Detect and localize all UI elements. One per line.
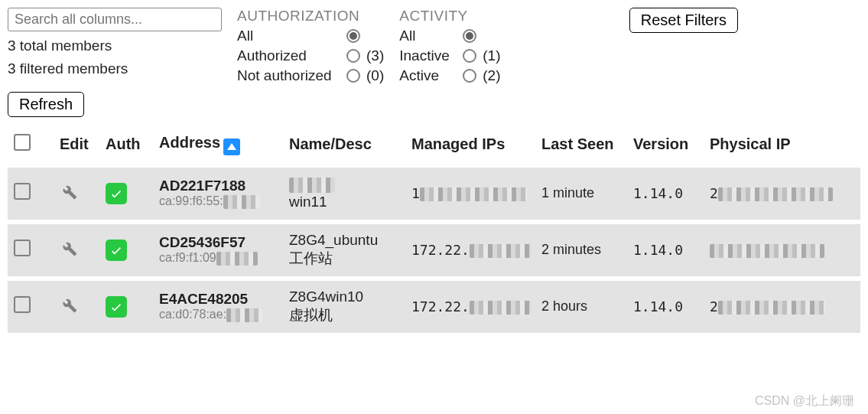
redacted-region	[420, 187, 527, 201]
last-seen-cell: 2 hours	[541, 298, 633, 315]
edit-cell[interactable]	[60, 239, 106, 261]
redacted-region	[470, 244, 531, 258]
table-row: E4ACE48205 ca:d0:78:ae: Z8G4win10 虚拟机 17…	[8, 281, 860, 337]
filtered-members-text: 3 filtered members	[8, 60, 222, 77]
radio-icon[interactable]	[346, 49, 360, 63]
address-cell: E4ACE48205 ca:d0:78:ae:	[159, 291, 289, 322]
table-row: AD221F7188 ca:99:f6:55: win11 1 1 minute…	[8, 168, 860, 224]
row-checkbox[interactable]	[14, 240, 31, 256]
wrench-icon	[60, 239, 78, 257]
member-desc: win11	[289, 194, 411, 210]
version-cell: 1.14.0	[633, 242, 710, 258]
name-cell: Z8G4_ubuntu 工作站	[289, 232, 411, 269]
radio-icon[interactable]	[463, 69, 476, 83]
auth-checkbox-checked[interactable]	[106, 296, 127, 318]
radio-icon[interactable]	[463, 49, 476, 63]
check-icon	[109, 300, 123, 314]
physical-ip-cell	[710, 242, 847, 258]
select-all-checkbox[interactable]	[14, 134, 31, 151]
radio-icon[interactable]	[463, 29, 476, 43]
redacted-region	[216, 252, 258, 266]
address-mac: ca:99:f6:55:	[159, 194, 289, 209]
authorization-filter: AUTHORIZATION All Authorized (3) Not aut…	[237, 8, 384, 86]
address-id: CD25436F57	[159, 234, 289, 251]
redacted-region	[470, 301, 531, 315]
activity-option-count: (1)	[483, 47, 500, 64]
address-cell: CD25436F57 ca:f9:f1:09	[159, 234, 289, 266]
address-mac: ca:f9:f1:09	[159, 251, 289, 266]
member-name: Z8G4_ubuntu	[289, 232, 411, 249]
activity-option-active[interactable]: Active (2)	[399, 66, 500, 86]
column-edit[interactable]: Edit	[60, 135, 106, 153]
reset-filters-button[interactable]: Reset Filters	[629, 8, 738, 33]
activity-option-label: Active	[399, 67, 457, 84]
redacted-region	[223, 195, 260, 209]
authorization-option-count: (3)	[366, 47, 384, 64]
version-cell: 1.14.0	[633, 185, 710, 201]
last-seen-cell: 1 minute	[541, 185, 633, 201]
redacted-region	[710, 244, 824, 258]
edit-cell[interactable]	[60, 295, 106, 318]
column-managed-ips[interactable]: Managed IPs	[411, 135, 541, 153]
row-checkbox[interactable]	[14, 296, 31, 313]
filter-bar: 3 total members 3 filtered members AUTHO…	[8, 8, 860, 86]
managed-ips-cell: 172.22.	[411, 298, 541, 315]
wrench-icon	[60, 295, 78, 314]
authorization-option-count: (0)	[366, 67, 384, 84]
sort-asc-icon	[223, 139, 240, 155]
name-cell: win11	[289, 177, 411, 210]
activity-filter: ACTIVITY All Inactive (1) Active (2)	[399, 8, 500, 86]
activity-option-all[interactable]: All	[399, 26, 500, 46]
auth-cell[interactable]	[106, 183, 159, 204]
authorization-option-authorized[interactable]: Authorized (3)	[237, 46, 384, 66]
redacted-region	[289, 178, 335, 193]
total-members-text: 3 total members	[8, 37, 222, 54]
radio-icon[interactable]	[346, 29, 360, 43]
authorization-option-label: Not authorized	[237, 67, 340, 84]
search-column: 3 total members 3 filtered members	[8, 8, 222, 77]
name-cell: Z8G4win10 虚拟机	[289, 288, 411, 325]
member-desc: 虚拟机	[289, 305, 411, 325]
table-row: CD25436F57 ca:f9:f1:09 Z8G4_ubuntu 工作站 1…	[8, 224, 860, 281]
activity-option-inactive[interactable]: Inactive (1)	[399, 46, 500, 66]
column-name-desc[interactable]: Name/Desc	[289, 135, 411, 153]
activity-option-label: All	[399, 28, 457, 44]
physical-ip-cell: 2	[710, 298, 847, 315]
column-last-seen[interactable]: Last Seen	[541, 135, 633, 153]
managed-ips-cell: 172.22.	[411, 242, 541, 258]
redacted-region	[718, 301, 825, 315]
refresh-row: Refresh	[8, 92, 860, 117]
auth-checkbox-checked[interactable]	[106, 183, 127, 204]
authorization-option-all[interactable]: All	[237, 26, 384, 46]
column-address-label: Address	[159, 134, 220, 151]
header-checkbox-cell	[14, 134, 60, 155]
column-auth[interactable]: Auth	[106, 135, 159, 153]
reset-column: Reset Filters	[629, 8, 860, 33]
auth-cell[interactable]	[106, 240, 159, 261]
auth-cell[interactable]	[106, 296, 159, 318]
address-id: E4ACE48205	[159, 291, 289, 308]
check-icon	[109, 243, 123, 257]
check-icon	[109, 187, 123, 200]
address-mac: ca:d0:78:ae:	[159, 308, 289, 322]
refresh-button[interactable]: Refresh	[8, 92, 84, 117]
last-seen-cell: 2 minutes	[541, 242, 633, 258]
address-cell: AD221F7188 ca:99:f6:55:	[159, 178, 289, 209]
column-address[interactable]: Address	[159, 134, 289, 155]
search-input[interactable]	[8, 8, 222, 31]
table-header: Edit Auth Address Name/Desc Managed IPs …	[8, 126, 860, 168]
physical-ip-cell: 2	[710, 185, 847, 201]
column-physical-ip[interactable]: Physical IP	[710, 135, 847, 153]
edit-cell[interactable]	[60, 182, 106, 204]
version-cell: 1.14.0	[633, 298, 710, 315]
authorization-option-label: Authorized	[237, 47, 340, 64]
activity-option-count: (2)	[483, 67, 500, 84]
radio-icon[interactable]	[346, 69, 360, 83]
member-name: Z8G4win10	[289, 288, 411, 305]
authorization-option-not-authorized[interactable]: Not authorized (0)	[237, 66, 384, 86]
member-name	[289, 177, 411, 194]
row-checkbox[interactable]	[14, 183, 31, 200]
redacted-region	[718, 187, 833, 201]
auth-checkbox-checked[interactable]	[106, 240, 127, 261]
column-version[interactable]: Version	[633, 135, 710, 153]
